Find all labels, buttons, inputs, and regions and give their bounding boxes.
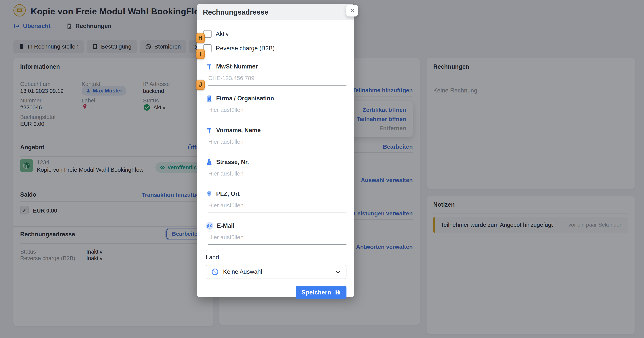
aktiv-checkbox[interactable]	[204, 30, 212, 38]
country-select[interactable]: Keine Auswahl	[206, 265, 346, 279]
map-pin-icon	[206, 191, 213, 197]
city-input[interactable]	[208, 202, 346, 213]
street-input[interactable]	[208, 170, 346, 181]
no-selection-icon	[211, 268, 219, 276]
name-field: T Vorname, Name	[206, 127, 346, 149]
hint-badge-h[interactable]: H	[196, 33, 204, 43]
modal-header: Rechnungsadresse	[197, 4, 354, 20]
save-button[interactable]: Speichern	[296, 286, 346, 299]
save-label: Speichern	[301, 289, 331, 296]
field-label: MwSt-Nummer	[216, 63, 258, 70]
city-field: PLZ, Ort	[206, 190, 346, 213]
modal-body: Aktiv Reverse charge (B2B) T MwSt-Nummer	[197, 20, 354, 307]
country-select-value: Keine Auswahl	[223, 268, 331, 275]
street-field: Strasse, Nr.	[206, 158, 346, 181]
email-input[interactable]	[208, 234, 346, 245]
aktiv-checkbox-label: Aktiv	[216, 30, 228, 37]
road-icon	[206, 159, 213, 166]
reverse-charge-checkbox-label: Reverse charge (B2B)	[216, 45, 275, 52]
hint-badge-j[interactable]: J	[196, 80, 204, 90]
email-field: @ E-Mail	[206, 222, 346, 245]
modal-footer: Speichern	[206, 286, 346, 299]
field-label: PLZ, Ort	[216, 191, 240, 197]
field-label: Strasse, Nr.	[216, 159, 249, 166]
vat-field: T MwSt-Nummer	[206, 63, 346, 85]
reverse-charge-checkbox[interactable]	[204, 44, 212, 52]
company-input[interactable]	[208, 107, 346, 117]
modal-title: Rechnungsadresse	[203, 8, 268, 16]
building-icon	[206, 95, 213, 102]
reverse-charge-checkbox-row: Reverse charge (B2B)	[204, 44, 346, 52]
country-label: Land	[206, 254, 346, 261]
chevron-down-icon	[335, 269, 341, 275]
billing-address-modal: Rechnungsadresse ✕ Aktiv Reverse charge …	[197, 4, 354, 297]
at-icon: @	[206, 222, 214, 230]
close-glyph: ✕	[350, 7, 355, 14]
hint-badge-i[interactable]: I	[196, 49, 204, 59]
field-label: E-Mail	[217, 222, 234, 229]
save-disk-icon	[334, 289, 341, 296]
close-icon[interactable]: ✕	[346, 4, 358, 16]
aktiv-checkbox-row: Aktiv	[204, 30, 346, 38]
vat-input[interactable]	[208, 75, 346, 85]
text-type-icon: T	[206, 63, 213, 70]
field-label: Firma / Organisation	[216, 95, 274, 102]
text-type-icon: T	[206, 127, 213, 134]
company-field: Firma / Organisation	[206, 95, 346, 117]
name-input[interactable]	[208, 138, 346, 149]
field-label: Vorname, Name	[216, 127, 261, 134]
